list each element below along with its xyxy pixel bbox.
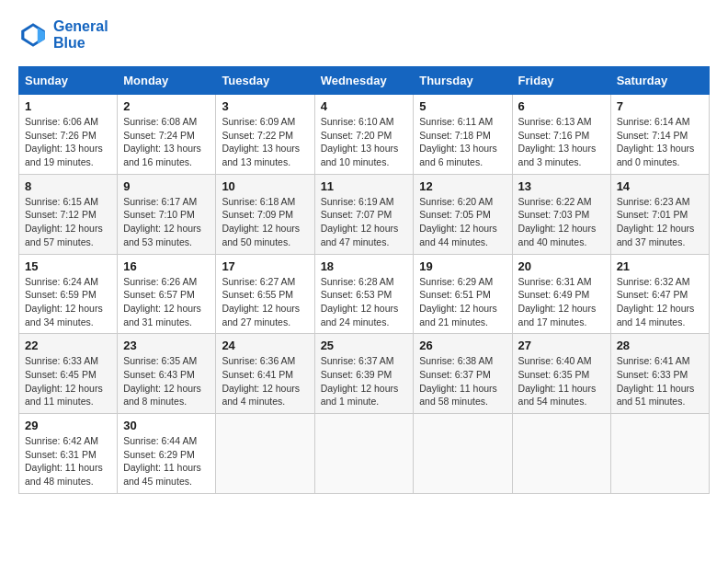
calendar-cell: 9Sunrise: 6:17 AMSunset: 7:10 PMDaylight… bbox=[118, 174, 216, 254]
calendar-cell: 20Sunrise: 6:31 AMSunset: 6:49 PMDayligh… bbox=[512, 254, 610, 334]
day-info: Sunrise: 6:23 AMSunset: 7:01 PMDaylight:… bbox=[617, 195, 703, 249]
day-info: Sunrise: 6:35 AMSunset: 6:43 PMDaylight:… bbox=[123, 354, 210, 408]
day-info: Sunrise: 6:32 AMSunset: 6:47 PMDaylight:… bbox=[617, 275, 703, 329]
calendar-week-row: 8Sunrise: 6:15 AMSunset: 7:12 PMDaylight… bbox=[19, 174, 710, 254]
day-info: Sunrise: 6:33 AMSunset: 6:45 PMDaylight:… bbox=[25, 354, 111, 408]
calendar-cell: 27Sunrise: 6:40 AMSunset: 6:35 PMDayligh… bbox=[512, 334, 610, 414]
calendar-cell: 14Sunrise: 6:23 AMSunset: 7:01 PMDayligh… bbox=[610, 174, 709, 254]
calendar-cell: 24Sunrise: 6:36 AMSunset: 6:41 PMDayligh… bbox=[216, 334, 314, 414]
calendar-cell: 8Sunrise: 6:15 AMSunset: 7:12 PMDaylight… bbox=[19, 174, 118, 254]
day-info: Sunrise: 6:28 AMSunset: 6:53 PMDaylight:… bbox=[321, 275, 408, 329]
column-header-sunday: Sunday bbox=[19, 67, 118, 95]
day-number: 24 bbox=[222, 339, 308, 352]
calendar-cell: 28Sunrise: 6:41 AMSunset: 6:33 PMDayligh… bbox=[610, 334, 709, 414]
day-number: 10 bbox=[222, 179, 308, 193]
column-header-friday: Friday bbox=[512, 67, 610, 95]
day-info: Sunrise: 6:08 AMSunset: 7:24 PMDaylight:… bbox=[123, 115, 210, 169]
day-info: Sunrise: 6:09 AMSunset: 7:22 PMDaylight:… bbox=[222, 115, 308, 169]
calendar-cell: 12Sunrise: 6:20 AMSunset: 7:05 PMDayligh… bbox=[414, 174, 512, 254]
calendar-cell: 4Sunrise: 6:10 AMSunset: 7:20 PMDaylight… bbox=[314, 95, 414, 175]
day-info: Sunrise: 6:18 AMSunset: 7:09 PMDaylight:… bbox=[222, 195, 308, 249]
day-info: Sunrise: 6:42 AMSunset: 6:31 PMDaylight:… bbox=[25, 434, 111, 488]
calendar-cell: 17Sunrise: 6:27 AMSunset: 6:55 PMDayligh… bbox=[216, 254, 314, 334]
day-info: Sunrise: 6:37 AMSunset: 6:39 PMDaylight:… bbox=[321, 354, 408, 408]
day-info: Sunrise: 6:06 AMSunset: 7:26 PMDaylight:… bbox=[25, 115, 111, 169]
day-info: Sunrise: 6:36 AMSunset: 6:41 PMDaylight:… bbox=[222, 354, 308, 408]
day-info: Sunrise: 6:11 AMSunset: 7:18 PMDaylight:… bbox=[419, 115, 506, 169]
calendar-week-row: 22Sunrise: 6:33 AMSunset: 6:45 PMDayligh… bbox=[19, 334, 710, 414]
day-number: 5 bbox=[419, 99, 506, 113]
day-info: Sunrise: 6:20 AMSunset: 7:05 PMDaylight:… bbox=[419, 195, 506, 249]
day-number: 22 bbox=[25, 339, 111, 352]
day-info: Sunrise: 6:22 AMSunset: 7:03 PMDaylight:… bbox=[518, 195, 605, 249]
calendar-cell: 15Sunrise: 6:24 AMSunset: 6:59 PMDayligh… bbox=[19, 254, 118, 334]
day-number: 3 bbox=[222, 99, 308, 113]
logo: General Blue bbox=[18, 18, 108, 52]
calendar-cell: 5Sunrise: 6:11 AMSunset: 7:18 PMDaylight… bbox=[414, 95, 512, 175]
day-info: Sunrise: 6:19 AMSunset: 7:07 PMDaylight:… bbox=[321, 195, 408, 249]
day-info: Sunrise: 6:31 AMSunset: 6:49 PMDaylight:… bbox=[518, 275, 605, 329]
day-number: 17 bbox=[222, 259, 308, 273]
day-number: 2 bbox=[123, 99, 210, 113]
day-number: 15 bbox=[25, 259, 111, 273]
day-info: Sunrise: 6:17 AMSunset: 7:10 PMDaylight:… bbox=[123, 195, 210, 249]
day-info: Sunrise: 6:27 AMSunset: 6:55 PMDaylight:… bbox=[222, 275, 308, 329]
day-info: Sunrise: 6:38 AMSunset: 6:37 PMDaylight:… bbox=[419, 354, 506, 408]
calendar-cell: 25Sunrise: 6:37 AMSunset: 6:39 PMDayligh… bbox=[314, 334, 414, 414]
calendar-cell bbox=[314, 414, 414, 494]
day-number: 27 bbox=[518, 339, 605, 352]
day-info: Sunrise: 6:40 AMSunset: 6:35 PMDaylight:… bbox=[518, 354, 605, 408]
day-info: Sunrise: 6:29 AMSunset: 6:51 PMDaylight:… bbox=[419, 275, 506, 329]
day-number: 21 bbox=[617, 259, 703, 273]
day-number: 14 bbox=[617, 179, 703, 193]
day-number: 19 bbox=[419, 259, 506, 273]
day-number: 1 bbox=[25, 99, 111, 113]
day-info: Sunrise: 6:13 AMSunset: 7:16 PMDaylight:… bbox=[518, 115, 605, 169]
calendar-week-row: 29Sunrise: 6:42 AMSunset: 6:31 PMDayligh… bbox=[19, 414, 710, 494]
day-number: 26 bbox=[419, 339, 506, 352]
day-number: 9 bbox=[123, 179, 210, 193]
calendar-cell: 1Sunrise: 6:06 AMSunset: 7:26 PMDaylight… bbox=[19, 95, 118, 175]
calendar-cell: 6Sunrise: 6:13 AMSunset: 7:16 PMDaylight… bbox=[512, 95, 610, 175]
column-header-thursday: Thursday bbox=[414, 67, 512, 95]
day-info: Sunrise: 6:44 AMSunset: 6:29 PMDaylight:… bbox=[123, 434, 210, 488]
calendar-cell: 16Sunrise: 6:26 AMSunset: 6:57 PMDayligh… bbox=[118, 254, 216, 334]
day-info: Sunrise: 6:14 AMSunset: 7:14 PMDaylight:… bbox=[617, 115, 703, 169]
day-number: 28 bbox=[617, 339, 703, 352]
page-header: General Blue bbox=[18, 18, 710, 52]
column-header-monday: Monday bbox=[118, 67, 216, 95]
day-number: 30 bbox=[123, 419, 210, 432]
calendar-cell bbox=[610, 414, 709, 494]
calendar-cell: 19Sunrise: 6:29 AMSunset: 6:51 PMDayligh… bbox=[414, 254, 512, 334]
calendar-week-row: 15Sunrise: 6:24 AMSunset: 6:59 PMDayligh… bbox=[19, 254, 710, 334]
day-number: 29 bbox=[25, 419, 111, 432]
day-number: 20 bbox=[518, 259, 605, 273]
calendar-cell: 30Sunrise: 6:44 AMSunset: 6:29 PMDayligh… bbox=[118, 414, 216, 494]
day-info: Sunrise: 6:26 AMSunset: 6:57 PMDaylight:… bbox=[123, 275, 210, 329]
calendar-cell bbox=[216, 414, 314, 494]
column-header-wednesday: Wednesday bbox=[314, 67, 414, 95]
day-info: Sunrise: 6:41 AMSunset: 6:33 PMDaylight:… bbox=[617, 354, 703, 408]
calendar-cell: 2Sunrise: 6:08 AMSunset: 7:24 PMDaylight… bbox=[118, 95, 216, 175]
calendar-cell: 21Sunrise: 6:32 AMSunset: 6:47 PMDayligh… bbox=[610, 254, 709, 334]
calendar-cell: 18Sunrise: 6:28 AMSunset: 6:53 PMDayligh… bbox=[314, 254, 414, 334]
calendar-cell: 29Sunrise: 6:42 AMSunset: 6:31 PMDayligh… bbox=[19, 414, 118, 494]
calendar-cell: 22Sunrise: 6:33 AMSunset: 6:45 PMDayligh… bbox=[19, 334, 118, 414]
calendar-cell: 26Sunrise: 6:38 AMSunset: 6:37 PMDayligh… bbox=[414, 334, 512, 414]
day-number: 23 bbox=[123, 339, 210, 352]
calendar-cell bbox=[414, 414, 512, 494]
calendar-cell: 11Sunrise: 6:19 AMSunset: 7:07 PMDayligh… bbox=[314, 174, 414, 254]
calendar-cell: 10Sunrise: 6:18 AMSunset: 7:09 PMDayligh… bbox=[216, 174, 314, 254]
calendar-table: SundayMondayTuesdayWednesdayThursdayFrid… bbox=[18, 66, 710, 494]
day-info: Sunrise: 6:15 AMSunset: 7:12 PMDaylight:… bbox=[25, 195, 111, 249]
day-number: 18 bbox=[321, 259, 408, 273]
day-number: 11 bbox=[321, 179, 408, 193]
calendar-week-row: 1Sunrise: 6:06 AMSunset: 7:26 PMDaylight… bbox=[19, 95, 710, 175]
day-number: 4 bbox=[321, 99, 408, 113]
day-info: Sunrise: 6:10 AMSunset: 7:20 PMDaylight:… bbox=[321, 115, 408, 169]
day-number: 16 bbox=[123, 259, 210, 273]
logo-text: General Blue bbox=[53, 18, 108, 52]
calendar-cell: 7Sunrise: 6:14 AMSunset: 7:14 PMDaylight… bbox=[610, 95, 709, 175]
calendar-cell bbox=[512, 414, 610, 494]
day-number: 12 bbox=[419, 179, 506, 193]
